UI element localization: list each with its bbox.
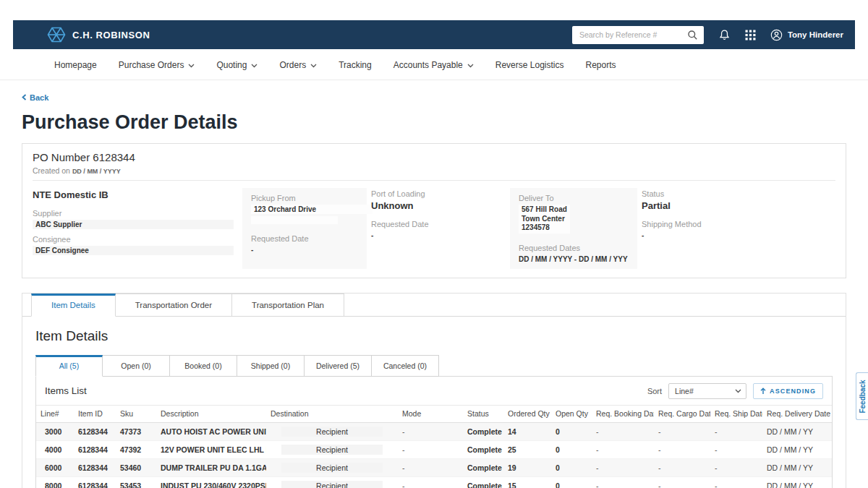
cell-req-cargo-date: - — [654, 458, 710, 476]
cell-status: Complete — [463, 422, 503, 440]
pickup-from-label: Pickup From — [251, 194, 358, 202]
bell-icon — [718, 29, 731, 41]
status-filter-tab[interactable]: Open (0) — [103, 355, 170, 377]
page-content: Back Purchase Order Details PO Number 61… — [0, 80, 868, 488]
nav-item[interactable]: Homepage — [54, 60, 97, 70]
notifications-button[interactable] — [718, 29, 731, 41]
supplier-label: Supplier — [33, 209, 234, 218]
items-list-title: Items List — [45, 385, 87, 396]
main-navigation: Homepage Purchase Orders Quoting Orders — [0, 49, 868, 80]
port-of-loading-value: Unknown — [371, 200, 414, 211]
cell-ordered-qty: 19 — [503, 458, 551, 476]
nav-item-label: Orders — [279, 60, 306, 70]
cell-item-id: 6128344 — [74, 440, 116, 458]
items-header: Items List Sort Line# — [36, 377, 832, 405]
topbar-actions: Tony Hinderer — [572, 26, 843, 44]
order-type: NTE Domestic IB — [33, 189, 234, 200]
status-filter-tab[interactable]: Booked (0) — [170, 355, 237, 377]
column-header: Item ID — [74, 405, 116, 422]
cell-req-ship-date: - — [710, 422, 762, 440]
search-input[interactable] — [578, 30, 687, 40]
cell-req-cargo-date: - — [654, 440, 710, 458]
nav-item-label: Accounts Payable — [393, 60, 463, 70]
status-filter-tab[interactable]: All (5) — [35, 355, 103, 377]
status-filter-label: Open (0) — [121, 361, 150, 370]
cell-status: Complete — [463, 440, 503, 458]
cell-sku: 47392 — [116, 440, 156, 458]
cell-req-booking-date: - — [592, 458, 654, 476]
column-header: Req. Booking Date — [592, 405, 654, 422]
search-icon[interactable] — [687, 30, 698, 40]
pickup-from-value: 123 Orchard Drive — [251, 205, 373, 214]
table-row: 3000 6128344 47373 AUTO HOIST AC POWER U… — [36, 422, 832, 440]
port-requested-date-value: - — [371, 231, 373, 239]
pickup-placeholder-line — [251, 216, 338, 224]
tab[interactable]: Item Details — [31, 294, 116, 317]
tab[interactable]: Transportation Order — [116, 294, 232, 316]
items-panel: Items List Sort Line# — [35, 376, 833, 488]
cell-open-qty: 0 — [551, 422, 592, 440]
detail-tabs-card: Item Details Transportation Order Transp… — [22, 293, 846, 488]
status-filter-label: Booked (0) — [184, 361, 221, 370]
column-header: Req. Ship Date — [710, 405, 762, 422]
back-label: Back — [30, 93, 48, 102]
created-on: Created on DD / MM / YYYY — [33, 166, 835, 175]
cell-ordered-qty: 14 — [503, 422, 551, 440]
cell-open-qty: 0 — [551, 440, 592, 458]
consignee-label: Consignee — [33, 235, 234, 244]
table-row: 8000 6128344 53453 INDUST PU 230/460V 23… — [36, 476, 832, 488]
sort-direction-button[interactable]: ASCENDING — [753, 383, 823, 399]
status-filter-tab[interactable]: Shipped (0) — [237, 355, 305, 377]
shipping-method-label: Shipping Method — [642, 220, 827, 228]
cell-line-number: 3000 — [36, 422, 74, 440]
tab-bar: Item Details Transportation Order Transp… — [22, 294, 846, 317]
cell-item-id: 6128344 — [74, 422, 116, 440]
nav-item[interactable]: Reports — [586, 60, 616, 70]
port-requested-date-label: Requested Date — [371, 220, 501, 228]
user-menu[interactable]: Tony Hinderer — [770, 29, 843, 41]
pickup-requested-date-label: Requested Date — [251, 234, 358, 243]
back-link[interactable]: Back — [22, 93, 48, 102]
cell-sku: 53453 — [116, 476, 156, 488]
status-filter-tab[interactable]: Delivered (5) — [305, 355, 372, 377]
table-row: 6000 6128344 53460 DUMP TRAILER PU DA 1.… — [36, 458, 832, 476]
feedback-button[interactable]: Feedback — [856, 372, 868, 420]
consignee-value: DEF Consignee — [33, 246, 234, 255]
apps-menu-button[interactable] — [745, 30, 756, 40]
items-table: Line# Item ID Sku Description Destinatio… — [36, 405, 832, 488]
requested-dates-label: Requested Dates — [519, 244, 629, 252]
tab[interactable]: Transportation Plan — [232, 294, 344, 316]
cell-description: 12V POWER UNIT ELEC LHL LG RES — [156, 440, 266, 458]
cell-destination: Recipient — [266, 440, 398, 458]
po-col-status: Status Partial Shipping Method - — [642, 188, 835, 269]
feedback-label: Feedback — [859, 380, 867, 413]
port-of-loading-label: Port of Loading — [371, 189, 501, 198]
sort-direction-label: ASCENDING — [770, 388, 816, 395]
nav-item-label: Purchase Orders — [119, 60, 184, 70]
nav-item[interactable]: Reverse Logistics — [495, 60, 564, 70]
nav-item[interactable]: Orders — [279, 60, 317, 70]
nav-item[interactable]: Purchase Orders — [119, 60, 195, 70]
po-number: PO Number 6128344 — [33, 151, 835, 163]
status-filter-label: Canceled (0) — [383, 361, 427, 370]
status-filter-label: Shipped (0) — [251, 361, 290, 370]
top-navbar: C.H. ROBINSON — [13, 20, 855, 49]
chevron-down-icon — [467, 64, 474, 68]
destination-value: Recipient — [281, 463, 383, 473]
cell-ordered-qty: 25 — [503, 440, 551, 458]
cell-req-delivery-date: DD / MM / YY — [762, 440, 832, 458]
cell-open-qty: 0 — [551, 476, 592, 488]
sort-select[interactable]: Line# — [668, 383, 746, 399]
nav-item-label: Quoting — [216, 60, 247, 70]
nav-item[interactable]: Tracking — [339, 60, 372, 70]
po-summary-card: PO Number 6128344 Created on DD / MM / Y… — [22, 143, 846, 278]
nav-item[interactable]: Quoting — [216, 60, 258, 70]
po-col-port: Port of Loading Unknown Requested Date - — [371, 188, 510, 269]
brand-name: C.H. ROBINSON — [72, 30, 150, 40]
nav-item[interactable]: Accounts Payable — [393, 60, 474, 70]
status-filter-tab[interactable]: Canceled (0) — [372, 355, 439, 377]
cell-open-qty: 0 — [551, 458, 592, 476]
brand-logo[interactable]: C.H. ROBINSON — [47, 25, 150, 44]
destination-value: Recipient — [281, 427, 383, 437]
chr-hexagon-logo-icon — [47, 25, 66, 44]
